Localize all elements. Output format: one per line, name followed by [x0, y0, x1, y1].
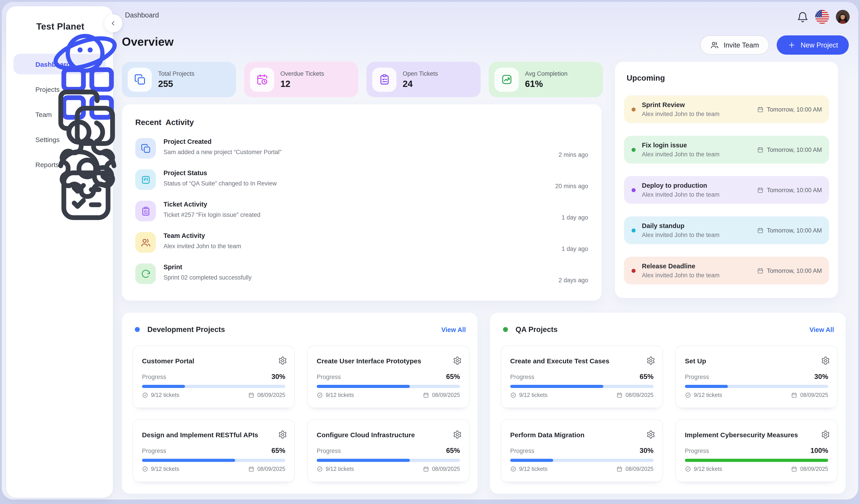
tickets-count: 9/12 tickets — [151, 392, 179, 398]
qa-projects-section: QA Projects View All Create and Execute … — [490, 313, 846, 494]
status-dot — [632, 228, 635, 232]
progress-percent: 65% — [640, 373, 654, 381]
avatar[interactable] — [836, 10, 850, 24]
gear-icon[interactable] — [453, 430, 462, 439]
progress-percent: 30% — [271, 373, 285, 381]
bell-icon[interactable] — [797, 11, 808, 23]
stat-label: Open Tickets — [403, 70, 438, 77]
stat-label: Overdue Tickets — [281, 70, 324, 77]
sprint-icon — [135, 263, 156, 284]
stat-value: 12 — [281, 78, 324, 89]
progress-label: Progress — [685, 448, 709, 454]
upcoming-item-title: Deploy to production — [642, 182, 720, 189]
check-circle-icon — [142, 466, 148, 472]
gear-icon[interactable] — [821, 430, 830, 439]
tickets-count: 9/12 tickets — [326, 466, 354, 472]
progress-bar — [142, 459, 285, 462]
chevron-left-icon — [109, 19, 117, 27]
stat-label: Total Projects — [158, 70, 195, 77]
new-project-label: New Project — [801, 41, 838, 49]
sidebar-item-label: Projects — [35, 85, 60, 93]
gear-icon[interactable] — [278, 430, 287, 439]
tickets-count: 9/12 tickets — [326, 392, 354, 398]
users-icon — [135, 232, 156, 253]
app-logo: Test Planet — [6, 6, 113, 40]
progress-percent: 65% — [446, 447, 460, 455]
upcoming-item[interactable]: Sprint Review Alex invited John to the t… — [624, 96, 829, 123]
view-all-link[interactable]: View All — [809, 326, 835, 333]
project-name: Create and Execute Test Cases — [510, 346, 654, 365]
project-meta: 9/12 tickets 08/09/2025 — [142, 392, 285, 398]
gear-icon[interactable] — [646, 356, 655, 365]
stats-row: Total Projects 255 Overdue Tickets 12 Op… — [122, 62, 603, 97]
status-dot — [632, 269, 635, 273]
progress-bar-fill — [142, 459, 235, 462]
calendar-icon — [423, 466, 429, 472]
gear-icon[interactable] — [646, 430, 655, 439]
activity-row: Ticket Activity Ticket #257 “Fix login i… — [135, 201, 588, 221]
check-circle-icon — [685, 466, 691, 472]
check-circle-icon — [317, 392, 323, 398]
upcoming-item-time: Tomorrow, 10:00 AM — [757, 106, 822, 113]
upcoming-item[interactable]: Fix login issue Alex invited John to the… — [624, 136, 829, 163]
sidebar: Test Planet Dashboard Projects Team Sett… — [6, 6, 113, 498]
sidebar-collapse-button[interactable] — [104, 14, 122, 32]
plus-icon — [788, 41, 796, 49]
due-date: 08/09/2025 — [257, 392, 285, 398]
progress-percent: 30% — [640, 447, 654, 455]
tickets-count: 9/12 tickets — [694, 392, 722, 398]
project-name: Implement Cybersecurity Measures — [685, 420, 828, 438]
sidebar-item-label: Dashboard — [35, 60, 71, 68]
activity-description: Status of “QA Suite” changed to In Revie… — [163, 180, 277, 187]
status-dot — [632, 188, 635, 192]
upcoming-item-title: Release Deadline — [642, 262, 720, 270]
due-date: 08/09/2025 — [800, 392, 828, 398]
progress-label: Progress — [142, 374, 166, 380]
calendar-icon — [791, 392, 798, 398]
check-circle-icon — [142, 392, 148, 398]
activity-description: Alex invited John to the team — [163, 243, 241, 249]
gear-icon[interactable] — [453, 356, 462, 365]
project-card[interactable]: Set Up Progress30% 9/12 tickets 08/09/20… — [675, 345, 837, 408]
upcoming-item[interactable]: Daily standup Alex invited John to the t… — [624, 216, 829, 244]
project-card[interactable]: Implement Cybersecurity Measures Progres… — [675, 419, 837, 482]
invite-team-button[interactable]: Invite Team — [700, 35, 769, 55]
copy-icon — [20, 84, 30, 94]
activity-row: Team Activity Alex invited John to the t… — [135, 232, 588, 253]
project-card[interactable]: Configure Cloud Infrastructure Progress6… — [307, 419, 470, 482]
project-name: Customer Portal — [142, 346, 285, 365]
project-meta: 9/12 tickets 08/09/2025 — [317, 466, 460, 472]
check-circle-icon — [317, 466, 323, 472]
project-name: Configure Cloud Infrastructure — [317, 420, 460, 438]
progress-bar — [685, 459, 828, 462]
new-project-button[interactable]: New Project — [777, 35, 849, 55]
progress-percent: 65% — [446, 373, 460, 381]
progress-bar — [142, 385, 285, 388]
activity-time: 1 day ago — [561, 214, 588, 221]
language-flag-icon[interactable] — [815, 10, 829, 24]
upcoming-item[interactable]: Deploy to production Alex invited John t… — [624, 176, 829, 204]
gear-icon[interactable] — [821, 356, 830, 365]
activity-time: 2 mins ago — [559, 152, 588, 159]
calendar-icon — [617, 466, 623, 472]
header-actions: Invite Team New Project — [700, 35, 849, 55]
project-card[interactable]: Perform Data Migration Progress30% 9/12 … — [501, 419, 663, 482]
view-all-link[interactable]: View All — [441, 326, 467, 333]
upcoming-item-subtitle: Alex invited John to the team — [642, 232, 720, 238]
calendar-icon — [757, 187, 764, 193]
check-circle-icon — [510, 466, 516, 472]
progress-bar — [685, 385, 828, 388]
project-card[interactable]: Create and Execute Test Cases Progress65… — [501, 345, 663, 408]
project-name: Design and Implement RESTful APIs — [142, 420, 285, 438]
gear-icon[interactable] — [278, 356, 287, 365]
project-card[interactable]: Create User Interface Prototypes Progres… — [307, 345, 470, 408]
upcoming-item-subtitle: Alex invited John to the team — [642, 191, 720, 198]
project-card[interactable]: Design and Implement RESTful APIs Progre… — [132, 419, 295, 482]
activity-time: 20 mins ago — [555, 183, 588, 190]
activity-row: Project Created Sam added a new project … — [135, 138, 588, 159]
upcoming-item[interactable]: Release Deadline Alex invited John to th… — [624, 257, 829, 285]
stat-value: 24 — [403, 78, 438, 89]
project-card[interactable]: Customer Portal Progress30% 9/12 tickets… — [132, 345, 295, 408]
breadcrumb: Dashboard — [125, 11, 159, 19]
due-date: 08/09/2025 — [800, 466, 828, 472]
